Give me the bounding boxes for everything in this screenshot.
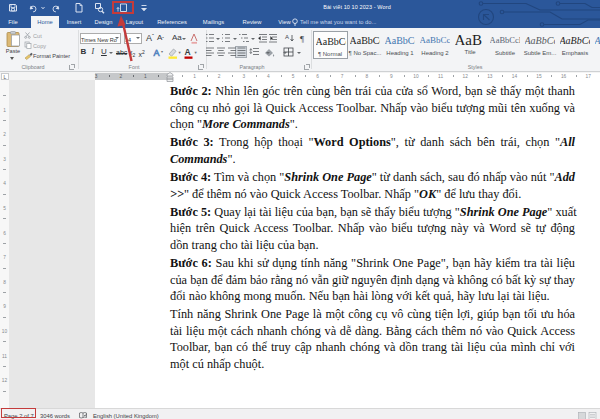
svg-text:A: A — [153, 48, 159, 58]
svg-text:A: A — [285, 34, 289, 40]
svg-text:▾: ▾ — [161, 49, 163, 54]
svg-text:A: A — [184, 47, 190, 57]
svg-text:▾: ▾ — [179, 50, 182, 55]
svg-text:▾: ▾ — [194, 50, 197, 55]
svg-text:¶: ¶ — [300, 34, 304, 44]
